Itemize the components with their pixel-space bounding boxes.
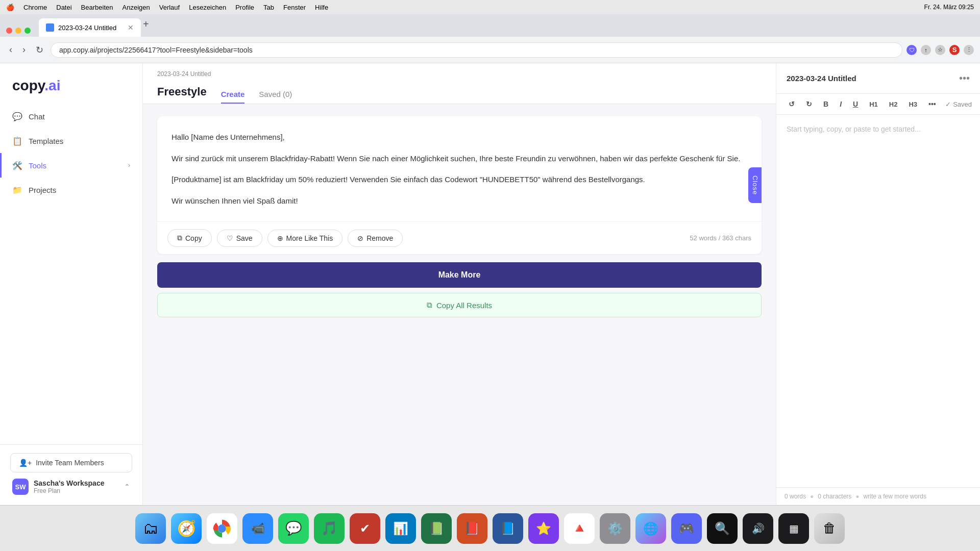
menu-tab[interactable]: Tab (263, 4, 274, 11)
make-more-button[interactable]: Make More (157, 262, 762, 288)
menu-datei[interactable]: Datei (56, 4, 71, 11)
right-panel-footer: 0 words ● 0 characters ● write a few mor… (776, 487, 980, 505)
save-button[interactable]: ♡ Save (217, 230, 262, 247)
copy-all-button[interactable]: ⧉ Copy All Results (157, 293, 762, 317)
remove-label: Remove (366, 234, 393, 242)
dock-tasks[interactable]: ✔ (350, 513, 380, 544)
new-tab-button[interactable]: + (143, 18, 149, 30)
dock-trello[interactable]: 📊 (385, 513, 416, 544)
more-icon[interactable]: ⋮ (964, 45, 974, 55)
result-card: Hallo [Name des Unternehmens], Wir sind … (157, 116, 762, 254)
bookmark-icon[interactable]: ☆ (935, 45, 945, 55)
forward-button[interactable]: › (19, 42, 29, 57)
dock-settings[interactable]: ⚙️ (600, 513, 630, 544)
dock-word[interactable]: 📘 (493, 513, 523, 544)
menu-profile[interactable]: Profile (235, 4, 254, 11)
h1-button[interactable]: H1 (865, 98, 882, 110)
dock-browser[interactable]: 🌐 (635, 513, 666, 544)
dock-drive[interactable]: 🔺 (564, 513, 595, 544)
dock-safari[interactable]: 🧭 (171, 513, 202, 544)
dock-alfred[interactable]: 🔍 (707, 513, 738, 544)
result-paragraph-4: Wir wünschen Ihnen viel Spaß damit! (172, 194, 747, 208)
more-like-this-button[interactable]: ⊕ More Like This (267, 230, 343, 247)
copy-label: Copy (185, 234, 202, 242)
copy-all-icon: ⧉ (427, 300, 432, 310)
copy-button[interactable]: ⧉ Copy (167, 229, 212, 247)
sidebar-item-chat[interactable]: 💬 Chat (0, 104, 142, 129)
close-button[interactable] (6, 28, 12, 34)
dock-powerpoint[interactable]: 📕 (457, 513, 487, 544)
redo-button[interactable]: ↻ (802, 98, 816, 110)
active-tab[interactable]: 2023-03-24 Untitled ✕ (39, 18, 141, 37)
tab-close-icon[interactable]: ✕ (128, 23, 134, 32)
menu-bearbeiten[interactable]: Bearbeiten (81, 4, 113, 11)
sidebar-label-templates: Templates (29, 137, 63, 145)
chrome-window: 2023-03-24 Untitled ✕ + ‹ › ↻ app.copy.a… (0, 14, 980, 505)
tab-create[interactable]: Create (221, 86, 245, 104)
menu-clock: Fr. 24. März 09:25 (924, 4, 974, 11)
dock-trash[interactable]: 🗑 (814, 513, 845, 544)
dock-chrome[interactable] (207, 513, 237, 544)
saved-status: ✓ Saved (945, 101, 972, 108)
fullscreen-button[interactable] (24, 28, 31, 34)
invite-icon: 👤+ (19, 459, 32, 467)
sidebar-item-templates[interactable]: 📋 Templates (0, 129, 142, 153)
url-bar[interactable]: app.copy.ai/projects/22566417?tool=Frees… (51, 42, 902, 58)
sidebar-item-projects[interactable]: 📁 Projects (0, 178, 142, 202)
menu-anzeigen[interactable]: Anzeigen (122, 4, 150, 11)
menu-chrome[interactable]: Chrome (23, 4, 47, 11)
h2-button[interactable]: H2 (885, 98, 902, 110)
projects-icon: 📁 (12, 185, 22, 195)
share-icon[interactable]: ↑ (921, 45, 931, 55)
sidebar-item-tools[interactable]: 🛠️ Tools › (0, 153, 142, 178)
dock-discord[interactable]: 🎮 (671, 513, 702, 544)
address-icons: 🛡 ↑ ☆ S ⋮ (906, 45, 974, 55)
footer-words: 0 words (785, 493, 806, 500)
sidebar-nav: 💬 Chat 📋 Templates 🛠️ Tools › 📁 Projects (0, 104, 142, 444)
tab-saved[interactable]: Saved (0) (259, 86, 292, 104)
main-content: 2023-03-24 Untitled Freestyle Create Sav… (143, 63, 776, 505)
back-button[interactable]: ‹ (6, 42, 15, 57)
bold-button[interactable]: B (819, 98, 832, 110)
dock-beeper[interactable]: ⭐ (528, 513, 559, 544)
minimize-button[interactable] (15, 28, 21, 34)
menu-fenster[interactable]: Fenster (283, 4, 306, 11)
sidebar-bottom: 👤+ Invite Team Members SW Sascha's Works… (0, 444, 142, 505)
workspace-row[interactable]: SW Sascha's Workspace Free Plan ⌃ (10, 472, 132, 497)
tools-icon: 🛠️ (12, 160, 22, 170)
footer-characters: 0 characters (818, 493, 851, 500)
italic-button[interactable]: I (836, 98, 846, 110)
dock-spotify[interactable]: 🎵 (314, 513, 345, 544)
menu-verlauf[interactable]: Verlauf (159, 4, 180, 11)
breadcrumb: 2023-03-24 Untitled (157, 70, 762, 78)
menubar: 🍎 Chrome Datei Bearbeiten Anzeigen Verla… (0, 0, 980, 14)
close-sidebar-button[interactable]: Close (748, 167, 762, 203)
undo-button[interactable]: ↺ (785, 98, 799, 110)
profile-icon[interactable]: S (949, 45, 960, 55)
menu-hilfe[interactable]: Hilfe (315, 4, 328, 11)
tab-title: 2023-03-24 Untitled (58, 24, 116, 32)
invite-team-button[interactable]: 👤+ Invite Team Members (10, 453, 132, 472)
dock-whatsapp[interactable]: 💬 (278, 513, 309, 544)
tools-chevron-icon: › (128, 162, 130, 169)
svg-point-2 (219, 525, 226, 532)
underline-button[interactable]: U (849, 98, 862, 110)
workspace-info: Sascha's Workspace Free Plan (34, 479, 119, 494)
content-area: Hallo [Name des Unternehmens], Wir sind … (143, 104, 776, 505)
workspace-chevron-icon[interactable]: ⌃ (124, 483, 130, 491)
dock-finder[interactable]: 🗂 (135, 513, 166, 544)
dock-excel[interactable]: 📗 (421, 513, 452, 544)
more-toolbar-button[interactable]: ••• (924, 98, 940, 110)
dock-sound[interactable]: 🔊 (743, 513, 773, 544)
editor-area[interactable]: Start typing, copy, or paste to get star… (776, 115, 980, 487)
h3-button[interactable]: H3 (904, 98, 921, 110)
traffic-lights (6, 28, 31, 34)
remove-button[interactable]: ⊘ Remove (348, 230, 403, 247)
reload-button[interactable]: ↻ (33, 42, 46, 58)
right-panel-menu-icon[interactable]: ••• (959, 72, 970, 84)
menu-lesezeichen[interactable]: Lesezeichen (189, 4, 226, 11)
apple-icon[interactable]: 🍎 (6, 4, 14, 11)
dock-zoom[interactable]: 📹 (242, 513, 273, 544)
sidebar-label-projects: Projects (29, 186, 56, 194)
dock-mission-control[interactable]: ▦ (778, 513, 809, 544)
